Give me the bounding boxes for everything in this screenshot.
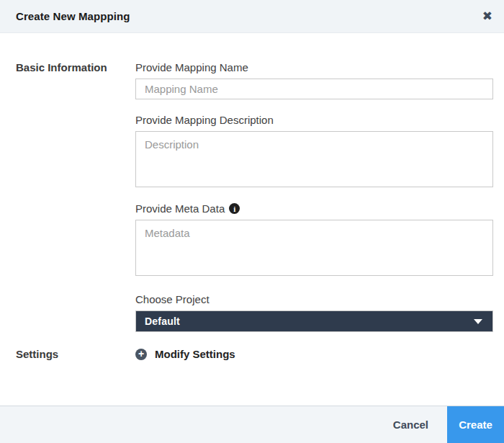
section-column: Basic Information [0, 61, 135, 332]
section-column-settings: Settings [0, 348, 135, 360]
project-select-value: Default [145, 316, 180, 327]
meta-data-label: Provide Meta Data i [135, 202, 493, 215]
mapping-description-textarea[interactable] [135, 131, 493, 187]
modal-title: Create New Mappping [16, 10, 130, 22]
meta-data-textarea[interactable] [135, 220, 493, 276]
settings-actions: + Modify Settings [135, 348, 493, 360]
project-select[interactable]: Default [135, 310, 493, 332]
modal-footer: Cancel Create [0, 406, 504, 443]
form-fields: Provide Mapping Name Provide Mapping Des… [135, 61, 493, 332]
create-button[interactable]: Create [447, 406, 504, 443]
mapping-name-label: Provide Mapping Name [135, 61, 493, 73]
section-basic-information: Basic Information [16, 61, 135, 73]
modify-settings-button[interactable]: + Modify Settings [135, 348, 493, 360]
choose-project-label: Choose Project [135, 293, 493, 305]
plus-circle-icon: + [135, 349, 147, 360]
mapping-description-label: Provide Mapping Description [135, 114, 493, 126]
modify-settings-label: Modify Settings [155, 348, 235, 360]
chevron-down-icon [474, 319, 482, 324]
meta-data-label-text: Provide Meta Data [135, 202, 225, 215]
mapping-name-input[interactable] [135, 79, 493, 99]
close-icon[interactable]: ✖ [482, 10, 492, 22]
cancel-button[interactable]: Cancel [393, 419, 428, 431]
modal-body: Basic Information Provide Mapping Name P… [0, 33, 504, 360]
section-settings: Settings [16, 348, 135, 360]
info-circle-icon: i [229, 203, 240, 214]
modal-header: Create New Mappping ✖ [0, 0, 504, 33]
create-mapping-modal: Create New Mappping ✖ Basic Information … [0, 0, 504, 443]
